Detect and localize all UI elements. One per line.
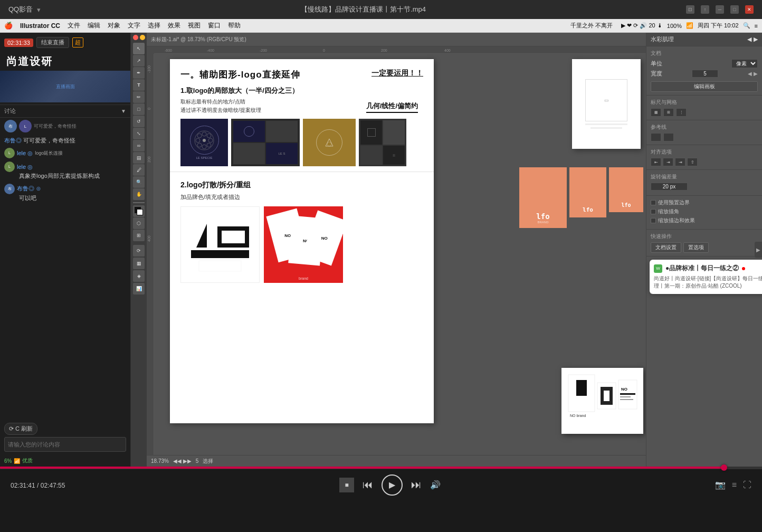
panel-collapse-button[interactable]: ▶ bbox=[755, 242, 762, 258]
width-input[interactable] bbox=[692, 70, 718, 78]
checkbox-row-1: 使用预置边界 bbox=[651, 199, 758, 206]
minimize-traffic-light[interactable] bbox=[140, 35, 145, 40]
checkbox-row-2: 缩放描角 bbox=[651, 208, 758, 215]
offset-input[interactable] bbox=[651, 183, 688, 191]
gradient-tool[interactable]: ▤ bbox=[133, 152, 145, 164]
unit-select[interactable]: 像素 bbox=[731, 59, 758, 68]
grid-opt-2[interactable]: ⊞ bbox=[663, 108, 674, 117]
grid-opt-3[interactable]: ⋮ bbox=[676, 108, 687, 117]
svg-point-16 bbox=[208, 138, 213, 142]
selection-tool[interactable]: ↖ bbox=[133, 43, 145, 54]
apple-logo[interactable]: 🍎 bbox=[4, 22, 13, 30]
playlist-button[interactable]: ≡ bbox=[732, 480, 737, 490]
progress-bar-track[interactable] bbox=[0, 467, 762, 469]
chat-text-4: 可以吧 bbox=[19, 194, 126, 202]
menu-object[interactable]: 对象 bbox=[108, 21, 120, 30]
hand-tool[interactable]: ✋ bbox=[133, 188, 145, 200]
wifi-icon: 📶 bbox=[686, 22, 693, 29]
volume-button[interactable]: 🔊 bbox=[430, 480, 441, 490]
doc-setup-button[interactable]: 文档设置 bbox=[651, 242, 681, 253]
align-center[interactable]: ⇥ bbox=[663, 158, 673, 166]
section1-right-label: 几何/线性/偏简约 bbox=[366, 101, 418, 113]
direct-select-tool[interactable]: ↗ bbox=[133, 55, 145, 66]
panel-nav-back[interactable]: ◀ bbox=[747, 36, 751, 43]
pen-tool[interactable]: ✒ bbox=[133, 67, 145, 79]
screenshot-button[interactable]: 📷 bbox=[715, 480, 726, 490]
checkbox-3[interactable] bbox=[651, 218, 656, 223]
fullscreen-button[interactable]: ⛶ bbox=[743, 480, 751, 490]
menu-text[interactable]: 文字 bbox=[128, 21, 140, 30]
close-button[interactable]: ✕ bbox=[745, 5, 754, 14]
pencil-tool[interactable]: ✏ bbox=[133, 91, 145, 103]
app-menu-illustrator[interactable]: Illustrator CC bbox=[20, 22, 60, 30]
align-top[interactable]: ⇧ bbox=[687, 158, 698, 166]
type-tool[interactable]: T bbox=[133, 79, 145, 91]
shape-tool[interactable]: □ bbox=[133, 103, 145, 115]
close-traffic-light[interactable] bbox=[133, 35, 138, 40]
reference-label: 参考线 bbox=[651, 124, 758, 131]
canvas-viewport[interactable]: 一。辅助图形-logo直接延伸 一定要运用！！ 1.取logo的局部放大（一半/… bbox=[154, 54, 646, 455]
drawing-mode[interactable]: ⬡ bbox=[133, 217, 145, 229]
titlebar-controls: ⊡ ↑ ─ □ ✕ bbox=[686, 5, 754, 14]
minimize-button[interactable]: ─ bbox=[716, 5, 724, 14]
ref-opt-1[interactable] bbox=[651, 133, 661, 141]
svg-point-15 bbox=[196, 138, 200, 142]
chat-badge-bu: ◎ bbox=[36, 185, 41, 192]
stop-button[interactable]: ■ bbox=[339, 478, 354, 492]
panel-nav-fwd[interactable]: ▶ bbox=[754, 36, 758, 43]
super-label: 超 bbox=[72, 37, 83, 48]
pip-button[interactable]: ⊡ bbox=[686, 5, 694, 14]
cast-button[interactable]: ↑ bbox=[701, 5, 709, 14]
fill-stroke[interactable] bbox=[133, 205, 145, 217]
checkbox-2[interactable] bbox=[651, 209, 656, 214]
search-icon[interactable]: 🔍 bbox=[743, 22, 750, 29]
menu-edit[interactable]: 编辑 bbox=[88, 21, 100, 30]
svg-rect-37 bbox=[620, 393, 635, 395]
chat-input[interactable] bbox=[4, 437, 126, 452]
align-right[interactable]: ⇥ bbox=[675, 158, 685, 166]
chat-msg-4: 布 布鲁◎ ◎ 可以吧 bbox=[4, 184, 126, 202]
menu-effect[interactable]: 效果 bbox=[168, 21, 180, 30]
eyedropper-tool[interactable]: 🖉 bbox=[133, 164, 145, 176]
edit-artboard-button[interactable]: 编辑画板 bbox=[651, 81, 758, 92]
app-name[interactable]: QQ影音 bbox=[8, 5, 33, 14]
refresh-button[interactable]: ⟳ C 刷新 bbox=[4, 423, 37, 435]
live-end-button[interactable]: 结束直播 bbox=[36, 37, 69, 48]
siri-icon[interactable]: ≡ bbox=[755, 23, 758, 29]
ref-opt-2[interactable] bbox=[663, 133, 674, 141]
offset-section: 旋转偏差量 bbox=[646, 170, 762, 196]
extra-tool-3[interactable]: ◈ bbox=[133, 270, 145, 282]
prev-button[interactable]: ⏮ bbox=[363, 479, 373, 491]
rotate-tool[interactable]: ↺ bbox=[133, 116, 145, 127]
progress-bar-fill bbox=[0, 467, 724, 469]
width-arrows[interactable]: ◀ ▶ bbox=[748, 71, 758, 77]
select-all-button[interactable]: 置选项 bbox=[683, 242, 709, 253]
grid-opt-1[interactable]: ▦ bbox=[651, 108, 661, 117]
menu-help[interactable]: 帮助 bbox=[228, 21, 241, 30]
extra-tool-4[interactable]: 📊 bbox=[133, 283, 145, 294]
menu-view[interactable]: 视图 bbox=[188, 21, 201, 30]
menu-window[interactable]: 窗口 bbox=[208, 21, 221, 30]
checkbox-section: 使用预置边界 缩放描角 缩放描边和效果 bbox=[646, 196, 762, 230]
menu-select[interactable]: 选择 bbox=[148, 21, 160, 30]
offset-row bbox=[651, 183, 758, 191]
chat-msg-3: L lele ◎ 真象类logo局部元素提炼新构成 bbox=[4, 162, 126, 180]
extra-tool-2[interactable]: ▦ bbox=[133, 258, 145, 269]
progress-thumb bbox=[721, 464, 727, 471]
checkbox-1[interactable] bbox=[651, 200, 656, 205]
wechat-msg-line2: 理丨第一期：原创作品·站酷 (ZCOOL) bbox=[654, 282, 762, 290]
avatar-2: L bbox=[19, 120, 32, 132]
scale-tool[interactable]: ⤡ bbox=[133, 128, 145, 139]
menu-file[interactable]: 文件 bbox=[68, 21, 80, 30]
blend-tool[interactable]: ∞ bbox=[133, 140, 145, 151]
titlebar-title: 【慢线路】品牌设计直播课丨第十节.mp4 bbox=[301, 5, 426, 14]
svg-text:400: 400 bbox=[444, 49, 451, 52]
zoom-tool[interactable]: 🔍 bbox=[133, 176, 145, 188]
next-button[interactable]: ⏭ bbox=[411, 479, 422, 491]
screen-mode[interactable]: ⊞ bbox=[133, 230, 145, 241]
checkbox-label-3: 缩放描边和效果 bbox=[658, 217, 695, 224]
maximize-button[interactable]: □ bbox=[730, 5, 739, 14]
extra-tool-1[interactable]: ⟳ bbox=[133, 245, 145, 256]
align-left[interactable]: ⇤ bbox=[651, 158, 661, 166]
play-pause-button[interactable]: ▶ bbox=[382, 474, 403, 496]
